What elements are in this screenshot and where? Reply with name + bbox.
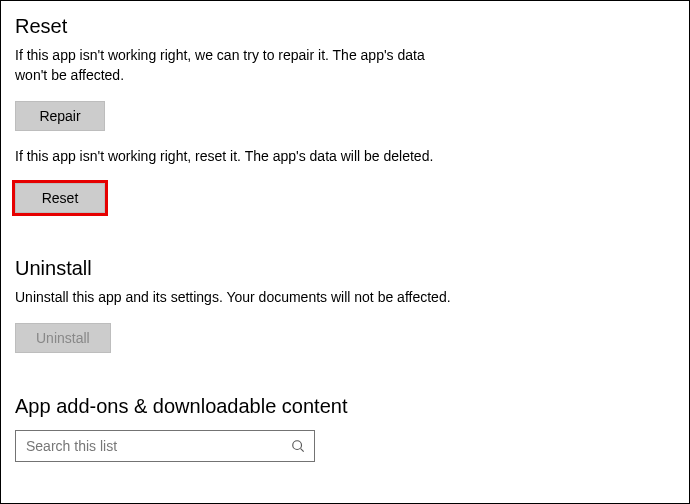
addons-section: App add-ons & downloadable content [15, 395, 675, 462]
uninstall-description: Uninstall this app and its settings. You… [15, 288, 455, 308]
search-wrapper [15, 430, 315, 462]
repair-description: If this app isn't working right, we can … [15, 46, 455, 85]
uninstall-section: Uninstall Uninstall this app and its set… [15, 257, 675, 354]
repair-button[interactable]: Repair [15, 101, 105, 131]
reset-button[interactable]: Reset [15, 183, 105, 213]
reset-description: If this app isn't working right, reset i… [15, 147, 455, 167]
uninstall-heading: Uninstall [15, 257, 675, 280]
reset-section: Reset If this app isn't working right, w… [15, 15, 675, 213]
uninstall-button[interactable]: Uninstall [15, 323, 111, 353]
reset-heading: Reset [15, 15, 675, 38]
addons-heading: App add-ons & downloadable content [15, 395, 675, 418]
search-input[interactable] [15, 430, 315, 462]
